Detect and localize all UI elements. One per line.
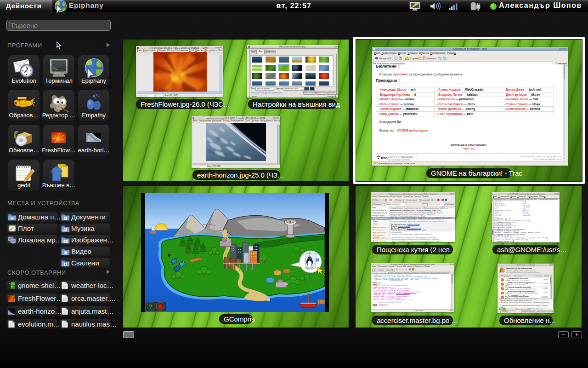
svg-text:Отметки: Отметки xyxy=(426,57,435,60)
svg-text:>_: >_ xyxy=(53,66,58,70)
svg-text:Назад: Назад xyxy=(379,57,387,60)
svg-text:У дома: У дома xyxy=(410,57,418,60)
svg-text:?: ? xyxy=(149,303,153,310)
